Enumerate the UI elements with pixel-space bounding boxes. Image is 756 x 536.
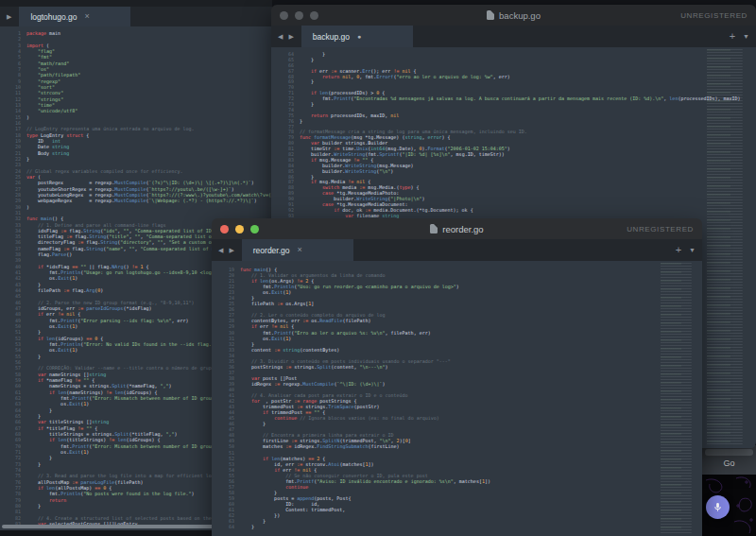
text-input[interactable] (705, 449, 753, 456)
modified-dot-icon: ● (357, 33, 361, 40)
unregistered-label: UNREGISTERED (627, 225, 694, 233)
new-tab-icon[interactable]: + (676, 245, 681, 255)
tab-label: logtohugo.go (30, 12, 77, 22)
tabbar: ▶ logtohugo.go × (0, 7, 272, 26)
constellation-art (702, 475, 756, 536)
new-tab-icon[interactable]: + (730, 31, 735, 42)
line-number-gutter: 1234567891011121314151617181920212223242… (0, 26, 26, 530)
document-icon (430, 224, 438, 233)
code-editor[interactable]: 1920212223242526272829303132333435363738… (212, 261, 702, 536)
tab-overflow-icon[interactable]: ▼ (689, 247, 696, 253)
tab-backup[interactable]: backup.go ● (301, 26, 413, 47)
code-line: } (240, 524, 702, 529)
code-line: fmt.Printf("Encontradas %d mensagens já … (300, 96, 756, 102)
code-area[interactable]: func main() { // 1. Validar os argumento… (240, 261, 702, 536)
minimap[interactable] (707, 49, 750, 446)
close-tab-icon[interactable]: × (298, 246, 302, 254)
line-number-gutter: 1920212223242526272829303132333435363738… (212, 261, 240, 536)
mic-button[interactable] (706, 495, 730, 519)
tabbar: ◀ ▶ backup.go ● + ▼ (271, 26, 756, 47)
titlebar[interactable]: reorder.go UNREGISTERED (212, 218, 702, 239)
titlebar[interactable]: backup.go UNREGISTERED (271, 5, 756, 26)
microphone-icon (713, 502, 723, 512)
tab-label: backup.go (313, 32, 350, 42)
window-reorder: reorder.go UNREGISTERED ◀ ▶ reorder.go ×… (212, 218, 702, 536)
unregistered-label: UNREGISTERED (680, 11, 747, 20)
tab-reorder[interactable]: reorder.go × (242, 239, 353, 261)
titlebar-clipped (0, 0, 272, 7)
tabbar: ◀ ▶ reorder.go × + ▼ (212, 239, 702, 261)
tab-scroll-left-icon[interactable]: ◀ (218, 247, 223, 254)
tab-label: reorder.go (253, 246, 290, 255)
tab-scroll-right-icon[interactable]: ▶ (7, 13, 11, 21)
tab-scroll-right-icon[interactable]: ▶ (288, 33, 293, 41)
line-number: 64 (212, 524, 234, 529)
go-button[interactable]: Go (702, 458, 756, 468)
tab-logtohugo[interactable]: logtohugo.go × (19, 7, 130, 26)
voice-assistant-panel: Go (702, 445, 756, 536)
code-line: webpageRegex = regexp.MustCompile(`\|Web… (26, 198, 272, 203)
tab-scroll-left-icon[interactable]: ◀ (278, 33, 283, 41)
close-tab-icon[interactable]: × (85, 12, 90, 21)
tab-overflow-icon[interactable]: ▼ (743, 33, 749, 40)
document-icon (487, 10, 494, 20)
minimap[interactable] (661, 263, 698, 534)
tab-scroll-right-icon[interactable]: ▶ (229, 247, 233, 254)
